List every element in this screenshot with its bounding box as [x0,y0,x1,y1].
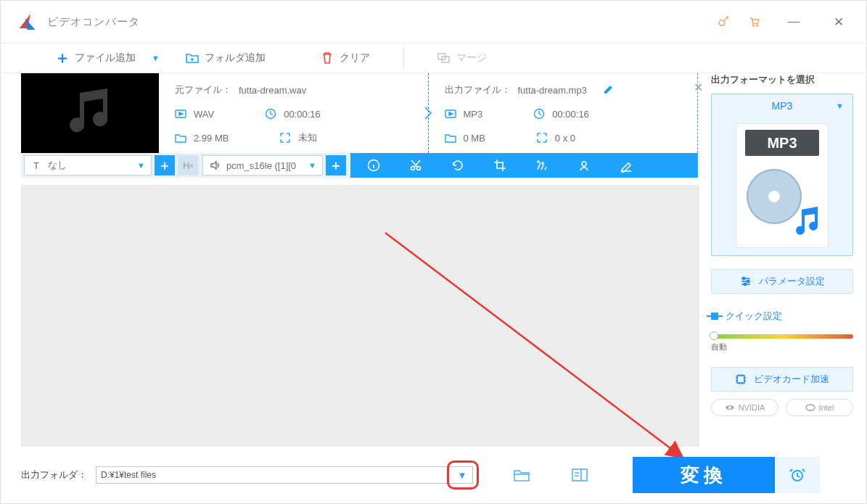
cut-icon[interactable] [408,158,423,173]
file-item-row: 元ファイル： futta-dream.wav WAV 00:00:16 2.99… [21,73,698,153]
svg-point-2 [757,25,758,26]
effects-icon[interactable] [535,158,549,173]
output-dimensions: 0 x 0 [555,133,575,144]
slider-knob[interactable] [710,331,718,340]
source-format: WAV [194,109,214,120]
svg-point-21 [806,405,815,410]
quick-settings-row[interactable]: クイック設定 [711,310,853,323]
format-selector[interactable]: MP3 ▼ MP3 [711,94,853,256]
format-preview-card: MP3 [736,123,829,248]
window-close-button[interactable]: ✕ [824,15,853,30]
app-logo-icon [21,14,37,30]
video-format-icon [175,108,186,120]
subtitle-caret-icon: ▼ [137,161,145,170]
output-format-title: 出力フォーマットを選択 [711,73,853,86]
open-folder-button[interactable] [512,466,531,484]
add-file-caret-icon[interactable]: ▼ [152,54,160,62]
source-size: 2.99 MB [194,133,229,144]
nvidia-chip[interactable]: NVIDIA [711,399,778,416]
add-audio-button[interactable]: ＋ [326,155,346,175]
clear-label: クリア [340,51,370,65]
output-folder-input[interactable] [96,466,473,484]
plus-icon: ＋ [56,51,69,65]
title-bar: ビデオコンバータ — ✕ [1,1,866,43]
output-folder-caret-icon[interactable]: ▼ [452,466,472,484]
chip-icon [735,373,747,385]
footer-bar: 出力フォルダ： ▼ 変換 [21,457,853,493]
slider-auto-label: 自動 [711,342,853,352]
right-panel: 出力フォーマットを選択 MP3 ▼ MP3 パラメータ設定 クイック設定 自動 … [711,73,853,416]
merge-icon [437,51,451,65]
audio-caret-icon: ▼ [308,161,316,170]
output-folder-field[interactable]: ▼ [96,466,473,484]
dimensions-icon [279,132,291,144]
source-filename: futta-dream.wav [239,85,306,96]
crop-icon[interactable] [493,158,507,173]
edit-strip: T なし ▼ ＋ Ha pcm_s16le ([1][0 ▼ ＋ [21,153,698,178]
empty-canvas [21,185,699,447]
svg-point-0 [719,20,725,26]
info-icon[interactable] [366,158,381,173]
svg-point-14 [582,162,586,166]
output-format: MP3 [464,109,483,120]
music-note-icon [790,205,822,240]
activate-icon[interactable] [715,13,733,30]
rotate-icon[interactable] [451,158,465,173]
subtitle-dropdown[interactable]: T なし ▼ [24,155,152,175]
add-folder-button[interactable]: フォルダ追加 [173,43,279,73]
svg-point-10 [411,167,415,170]
svg-point-11 [417,167,421,170]
speaker-icon [209,160,221,171]
edit-output-name-icon[interactable] [603,83,615,97]
source-dimensions: 未知 [298,131,317,144]
parameter-settings-button[interactable]: パラメータ設定 [711,269,853,294]
edit-toolbar [350,153,698,178]
gpu-accel-button[interactable]: ビデオカード加速 [711,367,853,392]
svg-point-18 [744,283,746,285]
merge-button[interactable]: マージ [424,43,500,73]
window-minimize-button[interactable]: — [779,15,808,29]
gpu-chips-row: NVIDIA Intel [711,399,853,416]
source-file-panel: 元ファイル： futta-dream.wav WAV 00:00:16 2.99… [159,73,429,153]
schedule-button[interactable] [775,457,820,493]
clock-icon [265,108,276,120]
folder-size-icon [445,132,456,144]
video-format-icon [445,108,456,120]
merge-label: マージ [456,51,487,65]
tasks-button[interactable] [570,466,589,484]
quick-settings-label: クイック設定 [726,310,782,323]
svg-point-13 [542,162,543,164]
file-thumbnail[interactable] [21,73,159,153]
cart-icon[interactable] [746,13,763,30]
svg-point-17 [747,280,749,282]
subtitle-value: なし [48,159,67,172]
text-icon: T [30,160,42,171]
edit-pen-icon[interactable] [619,158,633,173]
add-folder-label: フォルダ追加 [205,51,266,65]
add-subtitle-button[interactable]: ＋ [155,155,175,175]
watermark-icon[interactable] [577,158,591,173]
intel-chip[interactable]: Intel [786,399,853,416]
source-duration: 00:00:16 [284,109,321,120]
convert-label: 変換 [681,463,727,488]
music-note-icon [61,84,119,142]
svg-rect-22 [572,469,587,481]
output-folder-label: 出力フォルダ： [21,468,87,482]
folder-plus-icon [186,51,199,65]
intel-label: Intel [819,403,834,412]
audio-dropdown[interactable]: pcm_s16le ([1][0 ▼ [202,155,323,175]
app-title: ビデオコンバータ [47,15,140,29]
remove-file-button[interactable]: ✕ [694,80,703,94]
trash-icon [321,51,334,65]
quick-marker-icon [711,313,718,320]
subtitle-style-button[interactable]: Ha [178,155,198,175]
gpu-accel-label: ビデオカード加速 [754,373,829,386]
dimensions-icon [536,132,548,144]
quality-slider[interactable] [711,334,853,339]
add-file-button[interactable]: ＋ ファイル追加 ▼ [43,43,173,73]
svg-rect-19 [737,376,744,383]
clear-button[interactable]: クリア [308,43,383,73]
toolbar-separator [403,49,404,67]
convert-button[interactable]: 変換 [633,457,775,493]
output-label: 出力ファイル： [445,83,511,96]
